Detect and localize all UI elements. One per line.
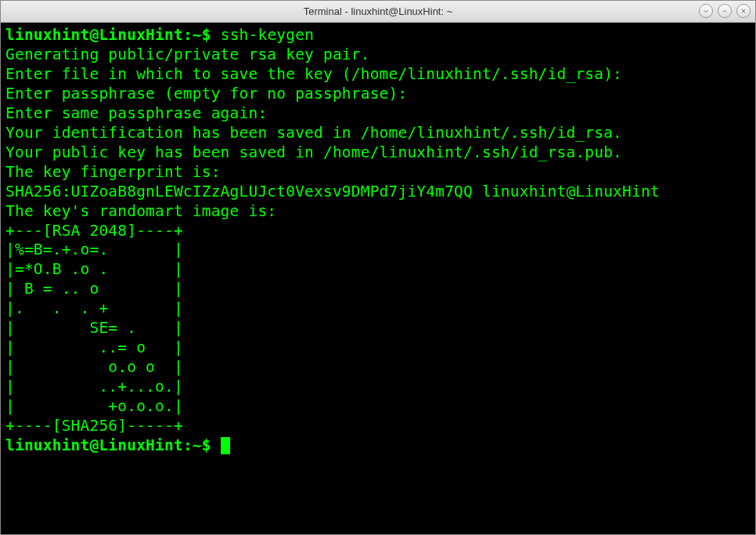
close-icon xyxy=(740,8,747,14)
randomart-line: | ..+...o.| xyxy=(5,378,751,397)
prompt-cwd: ~ xyxy=(193,26,202,44)
maximize-icon xyxy=(722,8,728,14)
randomart-line: |=*O.B .o . | xyxy=(5,260,751,280)
output-line: Enter passphrase (empty for no passphras… xyxy=(5,85,751,104)
randomart-line: |%=B=.+.o=. | xyxy=(5,240,751,260)
window-controls xyxy=(699,4,751,18)
prompt-user-host: linuxhint@LinuxHint xyxy=(5,436,183,454)
randomart-line: | +o.o.o.| xyxy=(5,397,751,417)
minimize-button[interactable] xyxy=(699,4,713,18)
randomart-line: +----[SHA256]-----+ xyxy=(5,417,751,436)
output-line: The key's randomart image is: xyxy=(5,202,751,222)
randomart-line: | o.o o | xyxy=(5,358,751,378)
randomart-line: | SE= . | xyxy=(5,319,751,338)
minimize-icon xyxy=(703,8,709,14)
prompt-user-host: linuxhint@LinuxHint xyxy=(5,26,183,44)
command-text: ssh-keygen xyxy=(221,26,314,44)
randomart-line: |. . . + | xyxy=(5,299,751,319)
window-title: Terminal - linuxhint@LinuxHint: ~ xyxy=(304,5,453,17)
terminal-window: Terminal - linuxhint@LinuxHint: ~ linuxh… xyxy=(0,0,756,535)
prompt-line-2: linuxhint@LinuxHint:~$ xyxy=(5,436,751,456)
prompt-colon: : xyxy=(183,436,193,454)
close-button[interactable] xyxy=(736,4,751,18)
output-line: SHA256:UIZoaB8gnLEWcIZzAgLUJct0Vexsv9DMP… xyxy=(5,183,751,202)
prompt-symbol: $ xyxy=(202,26,211,44)
prompt-symbol: $ xyxy=(202,436,211,454)
prompt-cwd: ~ xyxy=(193,436,202,454)
terminal-area[interactable]: linuxhint@LinuxHint:~$ ssh-keygenGenerat… xyxy=(1,23,755,534)
output-line: Enter same passphrase again: xyxy=(5,104,751,124)
cursor xyxy=(221,437,230,454)
output-line: Your public key has been saved in /home/… xyxy=(5,143,751,163)
titlebar[interactable]: Terminal - linuxhint@LinuxHint: ~ xyxy=(1,1,755,23)
randomart-line: | ..= o | xyxy=(5,338,751,358)
prompt-colon: : xyxy=(183,26,193,44)
randomart-line: +---[RSA 2048]----+ xyxy=(5,222,751,241)
randomart-line: | B = .. o | xyxy=(5,280,751,299)
output-line: The key fingerprint is: xyxy=(5,163,751,183)
maximize-button[interactable] xyxy=(718,4,732,18)
output-line: Your identification has been saved in /h… xyxy=(5,124,751,143)
prompt-line-1: linuxhint@LinuxHint:~$ ssh-keygen xyxy=(5,26,751,45)
output-line: Generating public/private rsa key pair. xyxy=(5,45,751,65)
output-line: Enter file in which to save the key (/ho… xyxy=(5,65,751,85)
